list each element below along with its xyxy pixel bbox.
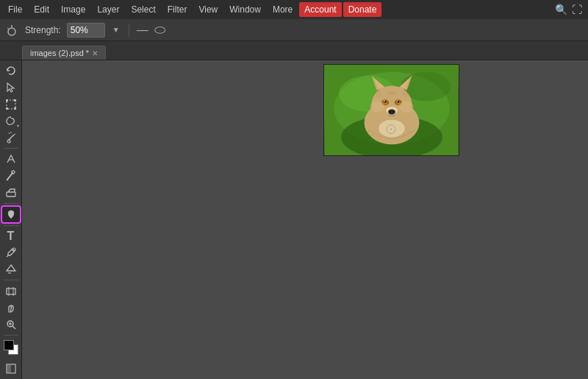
svg-rect-4 [6, 107, 8, 110]
svg-rect-2 [6, 99, 8, 102]
transform-tool[interactable] [2, 96, 20, 112]
strength-input[interactable] [67, 23, 105, 38]
canvas-container [323, 64, 459, 156]
canvas-frame[interactable] [323, 64, 459, 156]
menu-edit[interactable]: Edit [29, 2, 54, 17]
toolbar: ▾ ▾ [0, 60, 22, 379]
arrow-select-tool[interactable] [2, 80, 20, 96]
main-layout: ▾ ▾ [0, 60, 588, 379]
foreground-color-swatch[interactable] [4, 340, 14, 350]
svg-line-20 [12, 326, 15, 329]
menu-window[interactable]: Window [224, 2, 266, 17]
svg-line-9 [9, 132, 10, 134]
svg-line-8 [14, 134, 15, 135]
color-swatches[interactable] [2, 339, 20, 354]
menu-account[interactable]: Account [299, 2, 341, 17]
menu-more[interactable]: More [268, 2, 298, 17]
svg-point-47 [392, 111, 394, 113]
menu-layer[interactable]: Layer [92, 2, 124, 17]
brush-preset-2[interactable]: ⬭ [154, 22, 165, 38]
svg-point-11 [12, 171, 15, 174]
brush-preset-1[interactable]: — [137, 24, 148, 37]
svg-point-48 [370, 101, 384, 113]
svg-rect-5 [14, 107, 16, 110]
expand-icon[interactable]: ⛶ [572, 4, 582, 15]
menu-file[interactable]: File [3, 2, 27, 17]
menu-view[interactable]: View [193, 2, 223, 17]
magic-wand-tool[interactable] [2, 130, 20, 146]
options-bar: Strength: ▼ — ⬭ [0, 19, 588, 41]
strength-label: Strength: [25, 25, 61, 35]
active-tool-icon [4, 23, 19, 38]
svg-rect-12 [7, 192, 15, 196]
eyedropper-tool[interactable] [2, 245, 20, 261]
menu-donate[interactable]: Donate [343, 2, 382, 17]
paint-brush-tool[interactable] [2, 169, 20, 184]
quick-mask-tool[interactable] [2, 361, 20, 376]
svg-point-50 [379, 120, 404, 138]
history-tool[interactable] [2, 63, 20, 79]
canvas-area[interactable] [22, 60, 588, 379]
svg-marker-14 [7, 265, 15, 271]
zoom-tool[interactable] [2, 317, 20, 333]
lasso-tool[interactable]: ▾ ▾ [2, 113, 20, 129]
menu-select[interactable]: Select [126, 2, 160, 17]
tab-bar: images (2).psd * ✕ [0, 41, 588, 60]
blur-tool[interactable] [2, 207, 20, 222]
tab-images-psd[interactable]: images (2).psd * ✕ [22, 46, 106, 60]
toolbar-sep-4 [4, 280, 18, 280]
svg-point-52 [390, 129, 392, 130]
strength-dropdown-arrow[interactable]: ▼ [111, 25, 121, 35]
wolf-image [324, 65, 459, 155]
search-icon[interactable]: 🔍 [555, 4, 567, 15]
toolbar-sep-2 [4, 203, 18, 204]
menu-filter[interactable]: Filter [162, 2, 193, 17]
svg-point-46 [390, 111, 391, 113]
pen-tool[interactable] [2, 152, 20, 167]
eraser-tool[interactable] [2, 185, 20, 200]
shape-tool[interactable] [2, 262, 20, 277]
hand-tool[interactable] [2, 300, 20, 316]
toolbar-sep-5 [4, 335, 18, 336]
menu-bar: File Edit Image Layer Select Filter View… [0, 0, 588, 19]
svg-point-49 [399, 101, 414, 113]
move-tool[interactable] [2, 283, 20, 299]
svg-point-45 [388, 110, 395, 115]
menu-image[interactable]: Image [56, 2, 90, 17]
tab-close-button[interactable]: ✕ [92, 49, 98, 57]
svg-rect-16 [7, 288, 15, 294]
svg-point-43 [397, 101, 398, 102]
options-separator-1 [129, 24, 129, 37]
svg-rect-24 [7, 364, 11, 373]
toolbar-sep-3 [4, 225, 18, 226]
toolbar-sep-1 [4, 148, 18, 149]
tab-label: images (2).psd * [30, 49, 89, 57]
svg-point-42 [384, 101, 384, 102]
svg-rect-3 [14, 99, 16, 102]
text-tool[interactable]: T [2, 228, 20, 244]
